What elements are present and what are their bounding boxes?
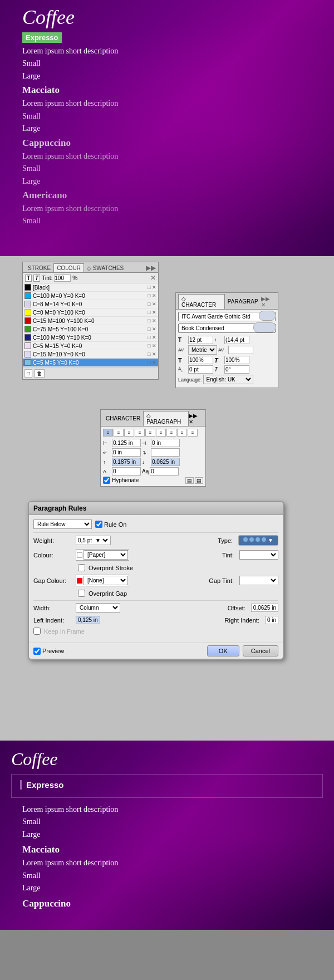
panel-expand-icon[interactable]: ✕: [150, 274, 156, 282]
swatch-name-yellow: C=0 M=0 Y=100 K=0: [33, 310, 146, 316]
font-style-select[interactable]: Book Condensed: [178, 324, 276, 333]
font-family-select[interactable]: ITC Avant Garde Gothic Std: [178, 312, 276, 321]
ok-button[interactable]: OK: [207, 645, 239, 656]
preview-checkbox[interactable]: [33, 648, 41, 655]
tab-stroke[interactable]: STROKE: [25, 264, 53, 272]
gap-colour-select[interactable]: [None]: [84, 576, 128, 585]
space-before-input[interactable]: [112, 458, 141, 466]
menu-desc-3: Lorem ipsum short description: [22, 150, 312, 163]
font-size-input[interactable]: [188, 336, 213, 344]
swatch-row-yellow[interactable]: C=0 M=0 Y=100 K=0 □ ✕: [23, 308, 158, 317]
font-size-icon: T: [178, 337, 187, 343]
swatch-row-green[interactable]: C=75 M=5 Y=100 K=0 □ ✕: [23, 325, 158, 334]
para-panel-menu[interactable]: ▶▶ ✕: [189, 413, 203, 425]
swatch-color-darkblue: [24, 334, 31, 341]
tab-swatches[interactable]: ◇ SWATCHES: [84, 264, 126, 272]
angle-input[interactable]: [224, 365, 249, 374]
bottom-small-2: Small: [22, 870, 323, 882]
last-line-input[interactable]: [151, 448, 180, 457]
drop-lines-input[interactable]: [112, 467, 141, 476]
drop-chars-input[interactable]: [150, 467, 179, 476]
indent-row: Left Indent: 0,125 in Right Indent: 0 in: [33, 616, 278, 624]
coffee-logo-1: Coffee: [22, 6, 312, 29]
space-after-icon: ↓: [142, 459, 150, 465]
para-extra-icons: ▤ ▤: [185, 477, 203, 484]
overprint-stroke-checkbox[interactable]: [78, 564, 85, 571]
new-swatch-icon[interactable]: □: [24, 369, 32, 378]
leading-input[interactable]: [224, 336, 249, 344]
tint-select[interactable]: [239, 550, 278, 560]
menu-macciato: Macciato: [22, 82, 312, 97]
swatch-row-c8[interactable]: C=8 M=14 Y=0 K=0 □ ✕: [23, 300, 158, 308]
swatch-row-lavender[interactable]: C=5 M=15 Y=0 K=0 □ ✕: [23, 342, 158, 350]
kerning-select[interactable]: Metrics: [188, 345, 217, 355]
swatch-row-lightblue[interactable]: C=15 M=10 Y=0 K=0 □ ✕: [23, 350, 158, 359]
left-indent-label: Left Indent:: [33, 617, 72, 624]
colour-select[interactable]: [Paper]: [84, 550, 128, 560]
overprint-gap-checkbox[interactable]: [78, 590, 85, 597]
align-away-spine-btn[interactable]: ≡: [188, 429, 198, 437]
language-select[interactable]: English: UK: [203, 375, 253, 384]
tracking-input[interactable]: [228, 346, 253, 354]
tab-paragraph[interactable]: PARAGRAP: [225, 297, 261, 306]
tint-input[interactable]: [54, 275, 71, 282]
right-indent-wrapper[interactable]: 0 in: [265, 616, 278, 624]
swatch-name-black: [Black]: [33, 285, 146, 291]
width-label: Width:: [33, 605, 72, 611]
align-toward-spine-btn[interactable]: ≡: [177, 429, 187, 437]
swatch-row-selected[interactable]: C=5 M=5 Y=0 K=0 □ ✕: [23, 359, 158, 367]
weight-stepper[interactable]: 0,5 pt ▼: [76, 536, 111, 545]
left-indent-wrapper[interactable]: 0,125 in: [76, 616, 100, 624]
swatch-color-lavender: [24, 342, 31, 349]
expresso-highlight: Expresso: [22, 32, 62, 43]
weight-select[interactable]: ▼: [93, 537, 110, 544]
align-center-btn[interactable]: ≡: [114, 429, 124, 437]
align-justify-right-btn[interactable]: ≡: [166, 429, 176, 437]
tab-character[interactable]: ◇ CHARACTER: [178, 294, 225, 309]
right-indent-input[interactable]: [151, 439, 180, 447]
hyphenate-checkbox[interactable]: [103, 477, 110, 484]
align-justify-left-btn[interactable]: ≡: [145, 429, 155, 437]
para-icon-2[interactable]: ▤: [195, 477, 203, 484]
tracking-icon: AV: [218, 347, 227, 352]
type-dots-selector[interactable]: ▼: [238, 535, 278, 546]
char-panel-menu[interactable]: ▶▶ ✕: [261, 296, 276, 308]
type-dropdown-arrow[interactable]: ▼: [268, 537, 273, 543]
left-indent-input[interactable]: [112, 439, 141, 447]
tab-char-para[interactable]: CHARACTER: [103, 414, 143, 423]
scale-v-input[interactable]: [224, 356, 249, 364]
baseline-input[interactable]: [188, 365, 213, 374]
first-line-input[interactable]: [112, 448, 141, 457]
rule-type-select[interactable]: Rule Below Rule Above: [33, 520, 92, 529]
dialog-body: Rule Below Rule Above Rule On Weight: 0,…: [29, 515, 283, 643]
tint-label: Tint:: [42, 275, 52, 281]
width-select[interactable]: Column: [76, 603, 120, 612]
tint-percent: %: [72, 275, 77, 281]
tracking-row: AV Metrics AV: [178, 345, 276, 355]
paragraph-panel-body: ≡ ≡ ≡ ≡ ≡ ≡ ≡ ≡ ≡ ⊢ ⊣ ↵ ↴: [101, 427, 205, 486]
tab-paragraph-active[interactable]: ◇ PARAGRAPH: [143, 411, 189, 426]
space-after-input[interactable]: [151, 458, 180, 466]
keep-in-frame-checkbox[interactable]: [33, 628, 41, 635]
first-line-row: ↵ ↴: [103, 448, 203, 457]
gap-tint-select[interactable]: [239, 576, 278, 585]
swatch-row-red[interactable]: C=15 M=100 Y=100 K=0 □ ✕: [23, 317, 158, 325]
align-right-btn[interactable]: ≡: [124, 429, 134, 437]
swatch-row-c100[interactable]: C=100 M=0 Y=0 K=0 □ ✕: [23, 292, 158, 300]
swatch-row-darkblue[interactable]: C=100 M=90 Y=10 K=0 □ ✕: [23, 334, 158, 342]
scale-h-input[interactable]: [188, 356, 213, 364]
para-icon-1[interactable]: ▤: [185, 477, 194, 484]
cancel-button[interactable]: Cancel: [243, 645, 278, 656]
rule-on-checkbox[interactable]: [95, 521, 102, 528]
align-justify-center-btn[interactable]: ≡: [156, 429, 166, 437]
kerning-icon: AV: [178, 347, 187, 352]
swatch-row-black[interactable]: [Black] □ ✕: [23, 283, 158, 292]
offset-label: Offset:: [228, 605, 245, 611]
offset-wrapper[interactable]: 0,0625 in: [251, 604, 278, 612]
panel-menu-icon[interactable]: ▶▶: [146, 264, 156, 272]
tab-colour[interactable]: COLOUR: [53, 263, 84, 272]
swatch-icons-lightblue: □ ✕: [148, 351, 156, 357]
delete-swatch-icon[interactable]: 🗑: [35, 369, 45, 378]
align-justify-btn[interactable]: ≡: [135, 429, 145, 437]
align-left-btn[interactable]: ≡: [103, 429, 113, 437]
